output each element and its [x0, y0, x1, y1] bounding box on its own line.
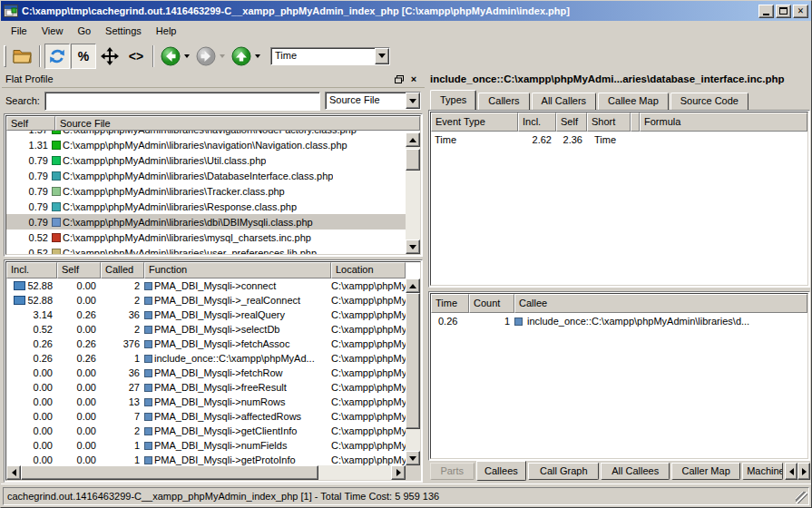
- tab-source-code[interactable]: Source Code: [670, 93, 748, 110]
- table-row[interactable]: 0.00 0.00 1 PMA_DBI_Mysqli->numFields C:…: [6, 438, 406, 453]
- list-item[interactable]: 1.31C:\xampp\phpMyAdmin\libraries\naviga…: [6, 137, 406, 152]
- shorten-templates-button[interactable]: <>: [123, 44, 149, 69]
- table-row[interactable]: 0.26 0.26 1 include_once::C:\xampp\phpMy…: [6, 351, 406, 366]
- scroll-left-button[interactable]: [6, 465, 21, 480]
- close-button[interactable]: ×: [793, 5, 808, 18]
- table-row[interactable]: 0.00 0.00 36 PMA_DBI_Mysqli->fetchRow C:…: [6, 366, 406, 380]
- tab-callees[interactable]: Callees: [476, 461, 527, 481]
- scroll-down-button[interactable]: [406, 239, 420, 254]
- event-type-select[interactable]: Time: [270, 47, 390, 65]
- group-by-select[interactable]: Source File: [325, 92, 421, 110]
- column-header-self[interactable]: Self: [6, 116, 55, 131]
- dock-float-button[interactable]: [392, 73, 406, 85]
- column-header-spacer[interactable]: [631, 112, 640, 132]
- table-header: Time Count Callee: [431, 294, 807, 313]
- tab-call-graph[interactable]: Call Graph: [528, 463, 599, 480]
- table-row[interactable]: 0.26 1 include_once::C:\xampp\phpMyAdmin…: [431, 313, 807, 329]
- back-dropdown-arrow[interactable]: [184, 54, 190, 58]
- column-header-self[interactable]: Self: [57, 262, 101, 278]
- group-by-dropdown-button[interactable]: [406, 93, 420, 109]
- table-row[interactable]: 0.00 0.00 7 PMA_DBI_Mysqli->affectedRows…: [6, 409, 406, 424]
- table-row[interactable]: 3.14 0.26 36 PMA_DBI_Mysqli->realQuery C…: [6, 308, 406, 322]
- column-header-source-file[interactable]: Source File: [55, 116, 420, 131]
- list-item[interactable]: 1.57C:\xampp\phpMyAdmin\libraries\naviga…: [6, 131, 406, 137]
- menu-go[interactable]: Go: [70, 23, 98, 39]
- tab-scroll-left-button[interactable]: [785, 463, 797, 480]
- menu-view[interactable]: View: [34, 23, 71, 39]
- tab-all-callers[interactable]: All Callers: [532, 93, 597, 110]
- list-item[interactable]: 0.79C:\xampp\phpMyAdmin\libraries\Databa…: [6, 168, 406, 183]
- column-header-callee[interactable]: Callee: [514, 294, 807, 313]
- up-dropdown-arrow[interactable]: [255, 54, 260, 58]
- cycle-detection-button[interactable]: [44, 44, 70, 69]
- table-row[interactable]: 52.88 0.00 2 PMA_DBI_Mysqli->connect C:\…: [6, 278, 406, 293]
- table-row[interactable]: Time 2.62 2.36 Time: [431, 132, 807, 148]
- scroll-up-button[interactable]: [406, 278, 420, 293]
- column-header-event-type[interactable]: Event Type: [431, 112, 518, 132]
- column-header-self[interactable]: Self: [556, 112, 587, 132]
- table-row[interactable]: 0.00 0.00 2 PMA_DBI_Mysqli->getClientInf…: [6, 424, 406, 438]
- close-icon: ×: [797, 5, 804, 16]
- tab-scroll-right-button[interactable]: [797, 463, 810, 480]
- relative-to-parent-button[interactable]: [97, 44, 122, 69]
- scroll-down-button[interactable]: [406, 451, 420, 465]
- maximize-button[interactable]: [776, 5, 791, 18]
- event-type-dropdown-button[interactable]: [375, 48, 389, 64]
- scrollbar-thumb[interactable]: [21, 465, 318, 480]
- table-row[interactable]: 52.88 0.00 2 PMA_DBI_Mysqli->_realConnec…: [6, 293, 406, 308]
- scrollbar-thumb[interactable]: [406, 149, 420, 171]
- minimize-button[interactable]: [758, 5, 774, 18]
- list-item[interactable]: 0.79C:\xampp\phpMyAdmin\libraries\Tracke…: [6, 183, 406, 199]
- forward-button[interactable]: [193, 44, 219, 69]
- list-item[interactable]: 0.79C:\xampp\phpMyAdmin\libraries\Respon…: [6, 199, 406, 214]
- resize-grip-icon[interactable]: [796, 492, 807, 503]
- list-item-selected[interactable]: 0.79C:\xampp\phpMyAdmin\libraries\dbi\DB…: [6, 214, 406, 230]
- vertical-scrollbar[interactable]: [406, 132, 420, 254]
- forward-dropdown-arrow[interactable]: [220, 54, 225, 58]
- menu-help[interactable]: Help: [149, 23, 184, 39]
- table-row[interactable]: 0.00 0.00 13 PMA_DBI_Mysqli->numRows C:\…: [6, 395, 406, 409]
- table-row[interactable]: 0.26 0.26 376 PMA_DBI_Mysqli->fetchAssoc…: [6, 337, 406, 351]
- column-header-location[interactable]: Location: [331, 262, 406, 278]
- open-file-button[interactable]: [10, 44, 35, 69]
- tab-all-callees[interactable]: All Callees: [601, 463, 670, 480]
- scrollbar-thumb[interactable]: [406, 293, 420, 429]
- refresh-icon: [48, 47, 66, 65]
- scroll-right-button[interactable]: [391, 465, 406, 480]
- table-row[interactable]: 0.52 0.00 2 PMA_DBI_Mysqli->selectDb C:\…: [6, 322, 406, 337]
- list-item[interactable]: 0.52C:\xampp\phpMyAdmin\libraries\user_p…: [6, 245, 406, 254]
- up-icon: [231, 46, 251, 66]
- column-header-called[interactable]: Called: [101, 262, 144, 278]
- list-item[interactable]: 0.79C:\xampp\phpMyAdmin\libraries\Util.c…: [6, 152, 406, 168]
- column-header-time[interactable]: Time: [431, 294, 469, 313]
- vertical-scrollbar[interactable]: [406, 278, 420, 465]
- column-header-count[interactable]: Count: [469, 294, 514, 313]
- list-item[interactable]: 0.52C:\xampp\phpMyAdmin\libraries\mysql_…: [6, 230, 406, 245]
- relative-percent-button[interactable]: %: [71, 44, 96, 69]
- tab-callers[interactable]: Callers: [478, 93, 529, 110]
- column-header-incl[interactable]: Incl.: [518, 112, 556, 132]
- tab-callee-map[interactable]: Callee Map: [598, 93, 669, 110]
- scroll-up-button[interactable]: [406, 132, 420, 147]
- folder-open-icon: [13, 48, 33, 64]
- search-input[interactable]: [44, 92, 320, 111]
- table-row[interactable]: 0.00 0.00 1 PMA_DBI_Mysqli->getProtoInfo…: [6, 453, 406, 465]
- column-header-incl[interactable]: Incl.: [6, 262, 57, 278]
- tab-types[interactable]: Types: [430, 90, 476, 110]
- up-button[interactable]: [229, 44, 254, 69]
- horizontal-scrollbar[interactable]: [6, 465, 406, 480]
- column-header-formula[interactable]: Formula: [640, 112, 807, 132]
- table-row[interactable]: 0.00 0.00 27 PMA_DBI_Mysqli->freeResult …: [6, 380, 406, 395]
- dock-close-button[interactable]: ×: [406, 73, 421, 85]
- column-header-short[interactable]: Short: [587, 112, 631, 132]
- back-button[interactable]: [158, 44, 183, 69]
- function-color-swatch: [144, 311, 152, 319]
- toolbar-handle[interactable]: [4, 45, 6, 67]
- column-header-function[interactable]: Function: [144, 262, 331, 278]
- cost-bar-icon: [14, 296, 25, 305]
- file-color-swatch: [52, 141, 61, 150]
- menu-settings[interactable]: Settings: [98, 23, 149, 39]
- tab-caller-map[interactable]: Caller Map: [671, 463, 740, 480]
- tab-machine-code[interactable]: Machine C: [742, 463, 783, 480]
- menu-file[interactable]: File: [4, 23, 34, 39]
